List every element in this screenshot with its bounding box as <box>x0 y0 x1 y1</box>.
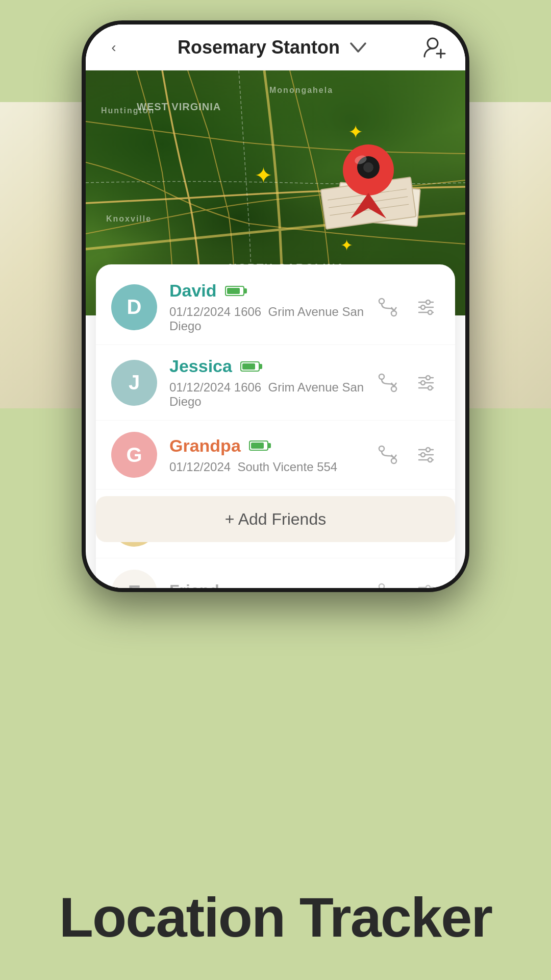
header-title-area: Rosemary Stanton <box>127 37 419 58</box>
contact-item-friend[interactable]: F Friend <box>96 558 455 588</box>
phone-screen: ‹ Rosemary Stanton <box>86 24 465 588</box>
svg-point-18 <box>426 300 430 304</box>
contact-location-grandpa: 01/12/2024 South Vicente 554 <box>169 460 373 474</box>
star-2: ✦ <box>254 162 273 188</box>
svg-point-28 <box>428 386 432 390</box>
star-1: ✦ <box>348 121 363 143</box>
header-title: Rosemary Stanton <box>178 37 340 58</box>
contact-actions-grandpa <box>373 441 440 469</box>
contact-item-grandpa[interactable]: G Grandpa 01/12/2024 South Vicente 554 <box>96 421 455 489</box>
phone-frame: ‹ Rosemary Stanton <box>82 20 469 592</box>
svg-point-19 <box>421 305 425 309</box>
contact-name-grandpa: Grandpa <box>169 436 241 456</box>
route-button-friend[interactable] <box>373 579 402 589</box>
svg-point-21 <box>379 374 384 379</box>
contact-info-david: David 01/12/2024 1606 Grim Avenue San Di… <box>169 281 373 333</box>
svg-point-13 <box>379 299 384 304</box>
settings-button-jessica[interactable] <box>412 369 440 397</box>
route-button-grandpa[interactable] <box>373 441 402 469</box>
contact-info-friend: Friend <box>169 581 373 589</box>
name-row-jessica: Jessica <box>169 356 373 376</box>
avatar-grandpa: G <box>111 432 157 478</box>
route-button-david[interactable] <box>373 293 402 321</box>
contact-location-jessica: 01/12/2024 1606 Grim Avenue San Diego <box>169 380 373 409</box>
name-row-david: David <box>169 281 373 301</box>
svg-point-36 <box>428 458 432 462</box>
svg-point-34 <box>426 448 430 452</box>
contact-name-jessica: Jessica <box>169 356 232 376</box>
contact-actions-friend <box>373 579 440 589</box>
settings-button-friend[interactable] <box>412 579 440 589</box>
app-header: ‹ Rosemary Stanton <box>86 24 465 70</box>
contact-location-david: 01/12/2024 1606 Grim Avenue San Diego <box>169 305 373 333</box>
side-map-left <box>0 102 82 408</box>
svg-point-50 <box>426 585 430 588</box>
contact-info-grandpa: Grandpa 01/12/2024 South Vicente 554 <box>169 436 373 474</box>
app-title: Location Tracker <box>0 885 551 949</box>
battery-grandpa <box>249 440 268 451</box>
avatar-david: D <box>111 284 157 330</box>
svg-point-11 <box>363 162 373 173</box>
settings-button-david[interactable] <box>412 293 440 321</box>
svg-point-27 <box>421 381 425 385</box>
svg-point-35 <box>421 453 425 457</box>
battery-david <box>225 286 244 296</box>
add-friends-section: + Add Friends <box>96 496 455 542</box>
add-friends-label: + Add Friends <box>225 510 326 529</box>
contact-item-jessica[interactable]: J Jessica 01/12/2024 1606 Grim Avenue Sa… <box>96 345 455 421</box>
contact-item-david[interactable]: D David 01/12/2024 1606 Grim Avenue San … <box>96 270 455 345</box>
svg-point-0 <box>428 38 438 48</box>
contact-actions-jessica <box>373 369 440 397</box>
map-pin <box>333 142 404 224</box>
contact-name-friend: Friend <box>169 581 219 589</box>
route-button-jessica[interactable] <box>373 369 402 397</box>
svg-point-20 <box>428 310 432 314</box>
contact-name-david: David <box>169 281 217 301</box>
side-map-right <box>469 102 551 408</box>
back-button[interactable]: ‹ <box>101 35 127 60</box>
avatar-jessica: J <box>111 360 157 406</box>
star-3: ✦ <box>340 236 353 254</box>
settings-button-grandpa[interactable] <box>412 441 440 469</box>
avatar-friend: F <box>111 570 157 588</box>
dropdown-button[interactable] <box>348 37 368 58</box>
contact-actions-david <box>373 293 440 321</box>
battery-jessica <box>240 361 260 372</box>
name-row-friend: Friend <box>169 581 373 589</box>
contact-info-jessica: Jessica 01/12/2024 1606 Grim Avenue San … <box>169 356 373 409</box>
svg-point-29 <box>379 446 384 451</box>
add-friends-button[interactable]: + Add Friends <box>96 496 455 542</box>
svg-point-45 <box>379 584 384 588</box>
name-row-grandpa: Grandpa <box>169 436 373 456</box>
svg-point-26 <box>426 376 430 380</box>
add-user-button[interactable] <box>419 32 450 63</box>
